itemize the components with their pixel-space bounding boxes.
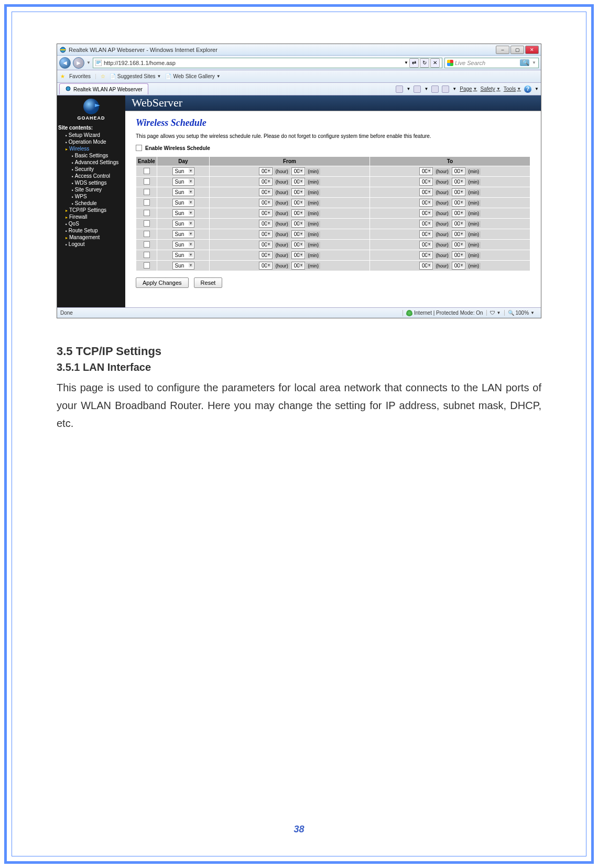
search-box[interactable]: Live Search 🔍 ▼ [444, 58, 539, 68]
reset-button[interactable]: Reset [194, 277, 223, 288]
minimize-button[interactable]: – [496, 46, 509, 54]
to-min-select[interactable]: 00 [452, 167, 465, 175]
favorites-star-icon[interactable]: ★ [60, 73, 65, 79]
row-enable-checkbox[interactable] [144, 178, 150, 185]
sidebar-item[interactable]: WPS [58, 193, 124, 200]
sidebar-item[interactable]: Advanced Settings [58, 159, 124, 166]
row-enable-checkbox[interactable] [144, 199, 150, 206]
from-min-select[interactable]: 00 [291, 167, 305, 175]
day-select[interactable]: Sun [172, 241, 194, 249]
favorites-label[interactable]: Favorites [69, 73, 91, 79]
to-hour-select[interactable]: 00 [419, 262, 433, 270]
to-hour-select[interactable]: 00 [419, 209, 433, 217]
row-enable-checkbox[interactable] [144, 168, 150, 174]
day-select[interactable]: Sun [172, 188, 194, 196]
page-menu[interactable]: Page▼ [460, 86, 477, 92]
address-bar[interactable]: http://192.168.1.1/home.asp ▼ ⇄ ↻ ✕ [93, 58, 442, 68]
from-hour-select[interactable]: 00 [259, 220, 273, 228]
to-min-select[interactable]: 00 [452, 188, 465, 196]
from-hour-select[interactable]: 00 [259, 167, 273, 175]
sidebar-item[interactable]: Security [58, 166, 124, 173]
sidebar-item[interactable]: Site Survey [58, 186, 124, 193]
status-security-icon[interactable]: 🛡▼ [486, 310, 504, 316]
suggested-sites-link[interactable]: 📄 Suggested Sites ▼ [110, 73, 161, 79]
day-select[interactable]: Sun [172, 220, 194, 228]
sidebar-item[interactable]: Operation Mode [58, 138, 124, 145]
feeds-icon[interactable] [414, 85, 421, 93]
from-hour-select[interactable]: 00 [259, 230, 273, 238]
from-min-select[interactable]: 00 [291, 199, 305, 207]
to-hour-select[interactable]: 00 [419, 220, 433, 228]
day-select[interactable]: Sun [172, 209, 194, 217]
day-select[interactable]: Sun [172, 167, 194, 175]
from-hour-select[interactable]: 00 [259, 209, 273, 217]
maximize-button[interactable]: ▢ [510, 46, 524, 54]
zoom-control[interactable]: 🔍 100% ▼ [504, 310, 538, 316]
web-slice-link[interactable]: 📄 Web Slice Gallery ▼ [165, 73, 220, 79]
from-hour-select[interactable]: 00 [259, 251, 273, 259]
from-hour-select[interactable]: 00 [259, 241, 273, 249]
row-enable-checkbox[interactable] [144, 252, 150, 258]
to-min-select[interactable]: 00 [452, 209, 465, 217]
tools-menu[interactable]: Tools▼ [504, 86, 521, 92]
from-min-select[interactable]: 00 [291, 230, 305, 238]
day-select[interactable]: Sun [172, 251, 194, 259]
sidebar-item[interactable]: Basic Settings [58, 152, 124, 159]
home-icon[interactable] [396, 85, 403, 93]
from-hour-select[interactable]: 00 [259, 178, 273, 186]
sidebar-item[interactable]: WDS settings [58, 179, 124, 186]
mail-icon[interactable] [431, 85, 439, 93]
safety-menu[interactable]: Safety▼ [481, 86, 501, 92]
search-go-button[interactable]: 🔍 [520, 59, 529, 66]
row-enable-checkbox[interactable] [144, 231, 150, 237]
from-hour-select[interactable]: 00 [259, 188, 273, 196]
row-enable-checkbox[interactable] [144, 241, 150, 248]
stop-button[interactable]: ✕ [430, 58, 440, 68]
sidebar-item[interactable]: Access Control [58, 173, 124, 179]
sidebar-item[interactable]: QoS [58, 220, 124, 227]
sidebar-item[interactable]: TCP/IP Settings [58, 207, 124, 213]
to-min-select[interactable]: 00 [452, 241, 465, 249]
nav-dropdown-icon[interactable]: ▼ [86, 60, 91, 65]
to-hour-select[interactable]: 00 [419, 178, 433, 186]
sidebar-item[interactable]: Wireless [58, 145, 124, 152]
sidebar-item[interactable]: Management [58, 234, 124, 241]
row-enable-checkbox[interactable] [144, 189, 150, 195]
sidebar-item[interactable]: Schedule [58, 200, 124, 207]
tab-active[interactable]: Realtek WLAN AP Webserver [59, 83, 148, 94]
sidebar-item[interactable]: Firewall [58, 213, 124, 220]
from-min-select[interactable]: 00 [291, 188, 305, 196]
to-min-select[interactable]: 00 [452, 178, 465, 186]
to-hour-select[interactable]: 00 [419, 251, 433, 259]
row-enable-checkbox[interactable] [144, 220, 150, 227]
sidebar-item[interactable]: Setup Wizard [58, 132, 124, 138]
sidebar-item[interactable]: Route Setup [58, 227, 124, 234]
from-min-select[interactable]: 00 [291, 209, 305, 217]
row-enable-checkbox[interactable] [144, 210, 150, 216]
day-select[interactable]: Sun [172, 178, 194, 186]
search-dropdown-icon[interactable]: ▼ [532, 60, 536, 65]
day-select[interactable]: Sun [172, 262, 194, 270]
from-hour-select[interactable]: 00 [259, 199, 273, 207]
to-hour-select[interactable]: 00 [419, 188, 433, 196]
to-hour-select[interactable]: 00 [419, 230, 433, 238]
from-hour-select[interactable]: 00 [259, 262, 273, 270]
to-min-select[interactable]: 00 [452, 251, 465, 259]
to-min-select[interactable]: 00 [452, 199, 465, 207]
print-icon[interactable] [442, 85, 449, 93]
addr-dropdown-icon[interactable]: ▼ [404, 60, 408, 65]
day-select[interactable]: Sun [172, 199, 194, 207]
from-min-select[interactable]: 00 [291, 251, 305, 259]
enable-schedule-checkbox[interactable] [136, 145, 142, 151]
from-min-select[interactable]: 00 [291, 262, 305, 270]
from-min-select[interactable]: 00 [291, 220, 305, 228]
to-min-select[interactable]: 00 [452, 230, 465, 238]
to-min-select[interactable]: 00 [452, 220, 465, 228]
compat-view-button[interactable]: ⇄ [409, 58, 419, 68]
from-min-select[interactable]: 00 [291, 241, 305, 249]
sidebar-item[interactable]: Logout [58, 241, 124, 248]
to-hour-select[interactable]: 00 [419, 241, 433, 249]
row-enable-checkbox[interactable] [144, 262, 150, 269]
to-hour-select[interactable]: 00 [419, 199, 433, 207]
to-hour-select[interactable]: 00 [419, 167, 433, 175]
